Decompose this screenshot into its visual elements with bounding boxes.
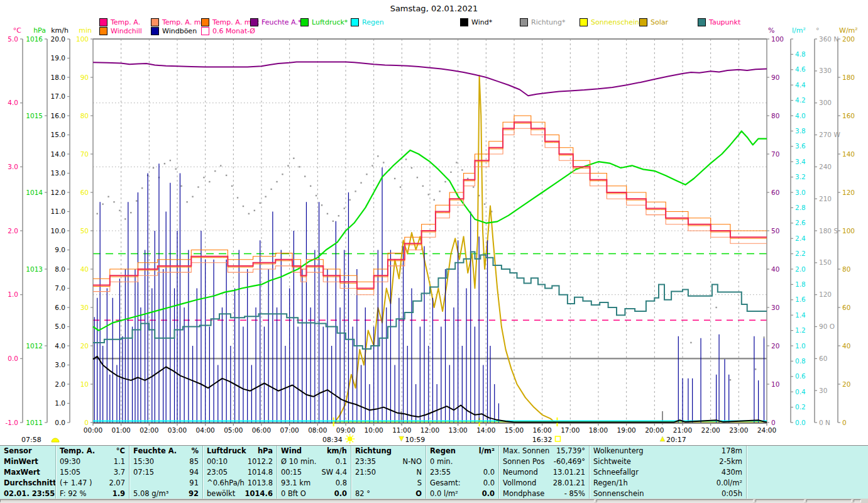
svg-text:100: 100	[842, 227, 855, 235]
legend-item-solar[interactable]: Solar	[639, 18, 668, 26]
cell-label: Max. Sonnen	[503, 446, 549, 456]
svg-text:08:34: 08:34	[322, 436, 343, 444]
legend-item-richtung[interactable]: Richtung*	[520, 18, 565, 26]
row-label-1: MinWert	[0, 456, 55, 467]
row-label-2: MaxWert	[0, 467, 55, 478]
svg-text:4.8: 4.8	[795, 50, 806, 58]
svg-text:50: 50	[771, 227, 779, 235]
svg-text:180 S: 180 S	[819, 227, 838, 235]
legend-swatch-regen	[351, 18, 359, 26]
data-row: 5.08 g/m³92	[129, 489, 202, 499]
astro-row: Mondphase- 85%	[499, 489, 589, 499]
svg-text:07:00: 07:00	[280, 426, 299, 434]
cell-label: Feuchte A.	[133, 446, 177, 456]
legend-item-feuchte-a[interactable]: Feuchte A.*	[250, 18, 301, 26]
legend-item-wind[interactable]: Wind*	[460, 18, 492, 26]
svg-text:-1.0: -1.0	[6, 419, 19, 426]
cell-label: 23:35	[355, 456, 376, 467]
svg-text:160: 160	[842, 112, 855, 119]
legend-label: Richtung*	[531, 18, 565, 26]
legend-item-temp-a[interactable]: Temp. A.	[99, 18, 140, 26]
data-row: 23:550.0	[426, 467, 498, 478]
legend-label: Temp. A.	[111, 18, 140, 26]
legend-item-0-6-monat[interactable]: 0.6 Monat-Ø	[201, 27, 255, 35]
column-extra: Wolkenunterg178mSichtweite2-5kmSchneefal…	[589, 446, 746, 499]
svg-text:18:00: 18:00	[589, 426, 608, 434]
legend-label: Wind*	[471, 18, 492, 26]
svg-text:0: 0	[842, 419, 847, 426]
svg-text:20: 20	[771, 342, 779, 350]
cell-value: 1014.8	[248, 467, 273, 478]
stats-table: SensorMinWertMaxWertDurchschnitt02.01. 2…	[0, 445, 868, 499]
svg-text:70: 70	[771, 150, 779, 158]
svg-text:01:00: 01:00	[112, 426, 131, 434]
svg-text:15:00: 15:00	[505, 426, 524, 434]
cell-label: Gesamt:	[430, 478, 461, 489]
cell-value: 0:05h	[722, 489, 742, 499]
cell-value: 178m	[722, 446, 742, 456]
cell-label: Regen/1h	[593, 478, 628, 489]
cell-value: N	[416, 467, 422, 478]
cell-label: Temp. A.	[60, 446, 95, 456]
svg-text:4.0: 4.0	[795, 112, 806, 119]
cell-label: Neumond	[503, 467, 538, 478]
legend-item-temp-a-min[interactable]: Temp. A. min	[151, 18, 207, 26]
column-wind: Windkm/hØ 10 min.0.100:15SW 4.493.1 km0.…	[277, 446, 351, 499]
svg-text:30: 30	[819, 387, 827, 394]
legend-item-windchill[interactable]: Windchill	[99, 27, 142, 35]
data-row: 00:15SW 4.4	[277, 467, 351, 478]
cell-value: S	[417, 478, 422, 489]
svg-text:120: 120	[842, 189, 855, 196]
svg-text:15.0: 15.0	[51, 131, 65, 138]
svg-text:80: 80	[771, 112, 779, 119]
svg-text:02:00: 02:00	[140, 426, 158, 434]
weather-app-window: Samstag, 02.01.2021 °C-1.00.01.02.03.04.…	[0, 0, 868, 503]
legend-swatch-luftdruck	[300, 18, 309, 26]
legend-item-windb-en[interactable]: Windböen	[151, 27, 197, 35]
cell-label: 82 °	[355, 489, 370, 499]
legend-swatch-richtung	[520, 18, 528, 26]
cell-value: 0.0	[483, 478, 495, 489]
svg-text:24:00: 24:00	[757, 426, 776, 434]
status-segment-2	[755, 499, 805, 502]
cell-value: 85	[189, 456, 199, 467]
legend-item-sonnenschein[interactable]: Sonnenschein	[580, 18, 639, 26]
svg-text:120: 120	[819, 290, 832, 298]
column-luftdruck: LuftdruckhPa00:101012.223:051014.8^0.6hP…	[202, 446, 277, 499]
svg-text:10: 10	[771, 380, 779, 388]
legend-swatch-0-6-monat	[201, 27, 209, 35]
legend-item-taupunkt[interactable]: Taupunkt	[698, 18, 740, 26]
cell-label: Sensor	[4, 446, 32, 456]
data-row: 82 °O	[351, 489, 426, 499]
svg-text:17:00: 17:00	[561, 426, 580, 434]
cell-value: 1012.2	[248, 456, 273, 467]
svg-text:16:32: 16:32	[532, 436, 552, 444]
svg-text:210: 210	[819, 195, 832, 202]
svg-text:19:00: 19:00	[617, 426, 636, 434]
svg-text:270 W: 270 W	[819, 131, 840, 138]
cell-value: 0.0	[483, 467, 495, 478]
row-label-0: Sensor	[0, 446, 55, 456]
legend-item-luftdruck[interactable]: Luftdruck*	[300, 18, 348, 26]
cell-value: 3.7	[114, 467, 125, 478]
cell-value: hPa	[258, 446, 273, 456]
legend-item-regen[interactable]: Regen	[351, 18, 384, 26]
cell-label: 21:50	[355, 467, 376, 478]
svg-text:60: 60	[842, 304, 850, 311]
sunset-square-icon	[555, 436, 560, 441]
data-row: ^0.6hPa/h1013.8	[203, 478, 277, 489]
svg-text:3.0: 3.0	[795, 189, 806, 196]
data-row: 21:50N	[351, 467, 426, 478]
svg-text:4.2: 4.2	[795, 96, 806, 104]
cell-label: 93.1 km	[281, 478, 310, 489]
column-richtung: Richtung23:35N-NO21:50NS82 °O	[351, 446, 426, 499]
svg-text:90: 90	[80, 74, 89, 81]
cell-value: 91	[189, 478, 199, 489]
cell-value: 0.8	[336, 478, 347, 489]
status-bar	[0, 499, 868, 503]
svg-text:300: 300	[819, 99, 832, 106]
svg-text:19.0: 19.0	[51, 54, 65, 62]
svg-text:5.0: 5.0	[55, 323, 65, 330]
cell-label: Mondphase	[503, 489, 544, 499]
cell-value: 1.9	[113, 489, 125, 499]
